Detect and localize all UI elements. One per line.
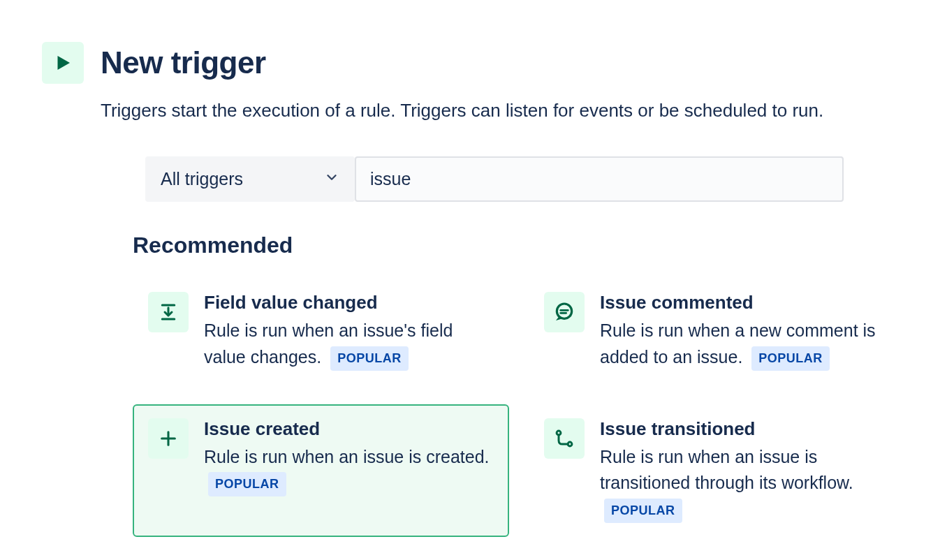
card-title: Issue created <box>204 418 494 440</box>
card-title: Field value changed <box>204 292 494 314</box>
trigger-category-dropdown[interactable]: All triggers <box>145 156 355 202</box>
trigger-card-field-value-changed[interactable]: Field value changed Rule is run when an … <box>133 278 509 384</box>
page-title: New trigger <box>101 45 266 80</box>
comment-icon <box>544 292 585 332</box>
card-description: Rule is run when an issue is created. PO… <box>204 444 494 496</box>
trigger-search-input[interactable] <box>355 156 844 202</box>
card-description: Rule is run when an issue is transitione… <box>600 444 890 523</box>
chevron-down-icon <box>324 169 339 189</box>
card-title: Issue commented <box>600 292 890 314</box>
trigger-card-issue-created[interactable]: Issue created Rule is run when an issue … <box>133 404 509 537</box>
trigger-card-issue-transitioned[interactable]: Issue transitioned Rule is run when an i… <box>529 404 905 537</box>
section-title-recommended: Recommended <box>133 233 905 258</box>
page-description: Triggers start the execution of a rule. … <box>101 98 905 123</box>
card-description: Rule is run when an issue's field value … <box>204 318 494 370</box>
trigger-card-issue-commented[interactable]: Issue commented Rule is run when a new c… <box>529 278 905 384</box>
trigger-card-grid: Field value changed Rule is run when an … <box>133 278 905 536</box>
dropdown-label: All triggers <box>161 169 243 189</box>
popular-badge: POPULAR <box>330 346 409 371</box>
popular-badge: POPULAR <box>604 499 682 523</box>
card-description: Rule is run when a new comment is added … <box>600 318 890 370</box>
download-icon <box>148 292 189 332</box>
transition-icon <box>544 418 585 459</box>
svg-point-3 <box>557 304 571 318</box>
popular-badge: POPULAR <box>751 346 830 371</box>
plus-icon <box>148 418 189 459</box>
play-icon <box>42 42 84 84</box>
popular-badge: POPULAR <box>208 472 286 496</box>
card-title: Issue transitioned <box>600 418 890 440</box>
